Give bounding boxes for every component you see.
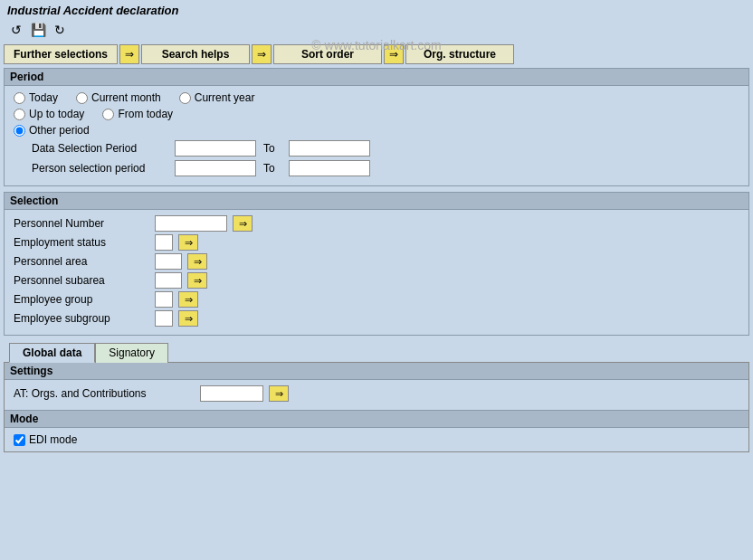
bottom-tabs-nav: Global data Signatory bbox=[4, 343, 749, 363]
sel-row-employment-status: Employment status ⇒ bbox=[14, 234, 739, 251]
settings-input[interactable] bbox=[200, 385, 263, 402]
settings-section: Settings AT: Orgs. and Contributions ⇒ bbox=[5, 363, 748, 411]
arrow-icon-2: ⇒ bbox=[252, 44, 272, 64]
selection-header: Selection bbox=[5, 193, 748, 210]
edi-mode-label: EDI mode bbox=[29, 433, 77, 446]
sel-row-personnel-subarea: Personnel subarea ⇒ bbox=[14, 272, 739, 289]
period-section: Period Today Current month Current year bbox=[4, 68, 749, 186]
sel-label-personnel-area: Personnel area bbox=[14, 255, 149, 268]
sel-input-employment-status[interactable] bbox=[155, 234, 173, 251]
tab-search-helps[interactable]: Search helps bbox=[141, 44, 250, 64]
to-label-1: To bbox=[263, 142, 281, 155]
sel-row-personnel-number: Personnel Number ⇒ bbox=[14, 215, 739, 232]
settings-arrow[interactable]: ⇒ bbox=[269, 385, 289, 402]
settings-header: Settings bbox=[5, 363, 748, 380]
radio-current-year[interactable]: Current year bbox=[179, 91, 255, 104]
data-selection-label: Data Selection Period bbox=[32, 142, 167, 155]
person-selection-to[interactable] bbox=[289, 160, 370, 176]
mode-body: EDI mode bbox=[5, 428, 748, 451]
main-content: Period Today Current month Current year bbox=[0, 64, 753, 543]
tab-further-selections[interactable]: Further selections bbox=[4, 44, 118, 64]
sel-label-personnel-number: Personnel Number bbox=[14, 217, 149, 230]
sel-label-personnel-subarea: Personnel subarea bbox=[14, 274, 149, 287]
tab-org-structure[interactable]: Org. structure bbox=[405, 44, 514, 64]
data-selection-to[interactable] bbox=[289, 140, 370, 157]
to-label-2: To bbox=[263, 162, 281, 175]
save-icon[interactable]: 💾 bbox=[29, 21, 47, 39]
sel-arrow-2[interactable]: ⇒ bbox=[178, 234, 198, 251]
tab-sort-order[interactable]: Sort order bbox=[273, 44, 382, 64]
top-tabs-bar: Further selections ⇒ Search helps ⇒ Sort… bbox=[0, 41, 753, 64]
mode-header: Mode bbox=[5, 411, 748, 428]
period-body: Today Current month Current year Up to t… bbox=[5, 86, 748, 185]
selection-body: Personnel Number ⇒ Employment status ⇒ P… bbox=[5, 210, 748, 335]
sel-label-employment-status: Employment status bbox=[14, 236, 149, 249]
sel-input-personnel-number[interactable] bbox=[155, 215, 227, 232]
settings-row: AT: Orgs. and Contributions ⇒ bbox=[14, 385, 739, 402]
bottom-tabs-container: Global data Signatory Settings AT: Orgs.… bbox=[4, 343, 749, 452]
radio-other-period[interactable]: Other period bbox=[14, 124, 90, 137]
radio-current-month[interactable]: Current month bbox=[76, 91, 161, 104]
sel-row-employee-group: Employee group ⇒ bbox=[14, 291, 739, 308]
sel-input-employee-group[interactable] bbox=[155, 291, 173, 308]
period-header: Period bbox=[5, 69, 748, 86]
person-selection-row: Person selection period To bbox=[14, 160, 739, 176]
period-row-1: Today Current month Current year bbox=[14, 91, 739, 104]
bottom-tab-content: Settings AT: Orgs. and Contributions ⇒ M… bbox=[4, 362, 749, 452]
arrow-icon-1: ⇒ bbox=[119, 44, 139, 64]
data-selection-from[interactable] bbox=[175, 140, 256, 157]
radio-from-today[interactable]: From today bbox=[102, 108, 173, 120]
tab-signatory[interactable]: Signatory bbox=[95, 343, 168, 363]
sel-label-employee-group: Employee group bbox=[14, 293, 149, 306]
toolbar: ↺ 💾 ↻ bbox=[0, 19, 753, 41]
sel-arrow-5[interactable]: ⇒ bbox=[178, 291, 198, 308]
settings-field-label: AT: Orgs. and Contributions bbox=[14, 387, 195, 400]
title-bar: Industrial Accident declaration bbox=[0, 0, 753, 19]
forward-icon[interactable]: ↻ bbox=[51, 21, 69, 39]
tab-global-data[interactable]: Global data bbox=[9, 343, 95, 363]
data-selection-row: Data Selection Period To bbox=[14, 140, 739, 157]
sel-arrow-3[interactable]: ⇒ bbox=[187, 253, 207, 270]
period-row-2: Up to today From today bbox=[14, 108, 739, 120]
person-selection-from[interactable] bbox=[175, 160, 256, 176]
sel-arrow-6[interactable]: ⇒ bbox=[178, 310, 198, 327]
sel-input-employee-subgroup[interactable] bbox=[155, 310, 173, 327]
settings-body: AT: Orgs. and Contributions ⇒ bbox=[5, 380, 748, 410]
sel-input-personnel-area[interactable] bbox=[155, 253, 182, 270]
sel-label-employee-subgroup: Employee subgroup bbox=[14, 312, 149, 325]
sel-arrow-1[interactable]: ⇒ bbox=[233, 215, 253, 232]
period-row-3: Other period bbox=[14, 124, 739, 137]
sel-input-personnel-subarea[interactable] bbox=[155, 272, 182, 289]
selection-section: Selection Personnel Number ⇒ Employment … bbox=[4, 192, 749, 336]
sel-row-personnel-area: Personnel area ⇒ bbox=[14, 253, 739, 270]
page-title: Industrial Accident declaration bbox=[7, 4, 179, 17]
sel-arrow-4[interactable]: ⇒ bbox=[187, 272, 207, 289]
person-selection-label: Person selection period bbox=[32, 162, 167, 175]
edi-checkbox[interactable] bbox=[14, 434, 25, 446]
mode-section: Mode EDI mode bbox=[5, 411, 748, 451]
arrow-icon-3: ⇒ bbox=[384, 44, 404, 64]
radio-today[interactable]: Today bbox=[14, 91, 58, 104]
back-icon[interactable]: ↺ bbox=[7, 21, 25, 39]
radio-up-to-today[interactable]: Up to today bbox=[14, 108, 84, 120]
sel-row-employee-subgroup: Employee subgroup ⇒ bbox=[14, 310, 739, 327]
edi-mode-checkbox[interactable]: EDI mode bbox=[14, 433, 739, 446]
